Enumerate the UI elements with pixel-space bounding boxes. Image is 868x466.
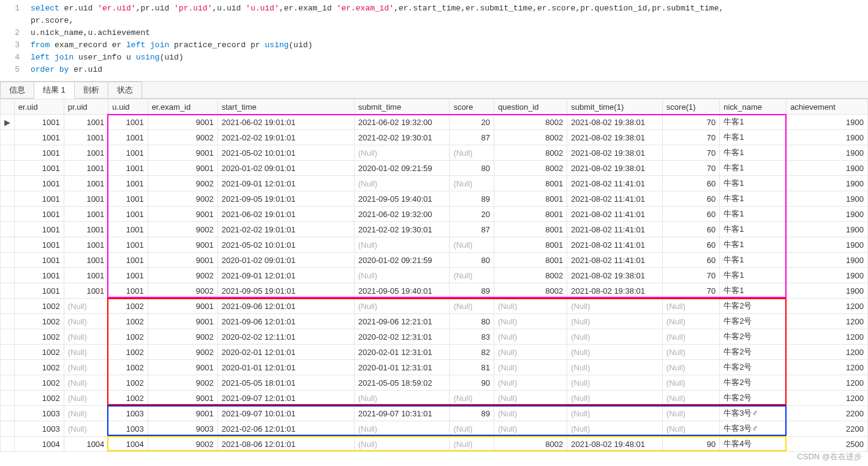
table-row[interactable]: 10011001100190022021-02-02 19:01:012021-… (1, 130, 868, 145)
cell[interactable]: 87 (450, 130, 494, 145)
cell[interactable]: 87 (450, 222, 494, 237)
cell[interactable]: 70 (662, 283, 719, 299)
cell[interactable]: 60 (662, 176, 719, 191)
cell[interactable]: 1001 (14, 176, 64, 191)
cell[interactable]: 1900 (787, 253, 868, 268)
cell[interactable]: 1001 (14, 145, 64, 161)
cell[interactable]: 1002 (14, 375, 64, 391)
cell[interactable]: (Null) (64, 329, 108, 345)
cell[interactable]: 1002 (108, 329, 148, 345)
cell[interactable]: (Null) (662, 360, 719, 375)
cell[interactable]: (Null) (64, 299, 108, 314)
cell[interactable]: (Null) (494, 299, 567, 314)
cell[interactable]: 20 (450, 115, 494, 130)
table-row[interactable]: 1002(Null)100290012021-09-06 12:01:01(Nu… (1, 299, 868, 314)
cell[interactable]: 9002 (148, 191, 217, 207)
cell[interactable]: 1001 (108, 176, 148, 191)
cell[interactable]: 1900 (787, 207, 868, 222)
cell[interactable]: 1900 (787, 145, 868, 161)
cell[interactable]: 1900 (787, 237, 868, 253)
cell[interactable]: 9002 (148, 268, 217, 283)
cell[interactable]: 2020-01-01 12:01:01 (217, 360, 354, 375)
cell[interactable]: 2021-08-02 11:41:01 (567, 207, 663, 222)
cell[interactable]: 1002 (14, 345, 64, 360)
cell[interactable]: 1004 (108, 437, 148, 452)
cell[interactable]: 牛客2号 (720, 299, 787, 314)
cell[interactable]: 1900 (787, 222, 868, 237)
cell[interactable]: 1001 (108, 222, 148, 237)
table-row[interactable]: 10041004100490022021-08-06 12:01:01(Null… (1, 437, 868, 452)
cell[interactable]: 9001 (148, 406, 217, 421)
cell[interactable]: (Null) (567, 329, 663, 345)
cell[interactable]: 1200 (787, 360, 868, 375)
cell[interactable]: 2021-09-07 12:01:01 (217, 391, 354, 406)
cell[interactable]: 9001 (148, 115, 217, 130)
cell[interactable]: 1900 (787, 176, 868, 191)
cell[interactable]: 1002 (14, 299, 64, 314)
cell[interactable]: 牛客2号 (720, 314, 787, 329)
cell[interactable]: 20 (450, 207, 494, 222)
cell[interactable]: 8001 (494, 207, 567, 222)
cell[interactable]: 2021-08-02 11:41:01 (567, 176, 663, 191)
cell[interactable]: 89 (450, 191, 494, 207)
cell[interactable]: 牛客1 (720, 161, 787, 176)
cell[interactable]: 1001 (14, 130, 64, 145)
cell[interactable]: (Null) (354, 145, 450, 161)
cell[interactable]: (Null) (567, 360, 663, 375)
cell[interactable]: 9002 (148, 329, 217, 345)
cell[interactable]: (Null) (354, 421, 450, 437)
cell[interactable]: 1001 (14, 222, 64, 237)
cell[interactable]: 2021-05-05 18:59:02 (354, 375, 450, 391)
cell[interactable]: (Null) (450, 437, 494, 452)
cell[interactable]: (Null) (354, 268, 450, 283)
cell[interactable]: (Null) (567, 391, 663, 406)
cell[interactable]: 2021-08-02 19:38:01 (567, 283, 663, 299)
cell[interactable]: 1900 (787, 130, 868, 145)
cell[interactable]: 1900 (787, 283, 868, 299)
cell[interactable]: (Null) (450, 299, 494, 314)
cell[interactable]: 1001 (64, 222, 108, 237)
cell[interactable]: 1001 (14, 207, 64, 222)
cell[interactable]: 1001 (108, 161, 148, 176)
cell[interactable]: 9002 (148, 283, 217, 299)
sql-line[interactable]: order by er.uid (31, 64, 868, 76)
cell[interactable]: 9001 (148, 161, 217, 176)
cell[interactable]: 2020-02-02 12:11:01 (217, 329, 354, 345)
cell[interactable]: 90 (450, 375, 494, 391)
cell[interactable]: (Null) (450, 268, 494, 283)
cell[interactable]: 2021-08-02 11:41:01 (567, 222, 663, 237)
cell[interactable]: 牛客1 (720, 145, 787, 161)
cell[interactable]: 1002 (108, 345, 148, 360)
tab-剖析[interactable]: 剖析 (74, 82, 108, 98)
cell[interactable]: 2021-06-02 19:01:01 (217, 207, 354, 222)
cell[interactable]: 2021-02-06 12:01:01 (217, 421, 354, 437)
cell[interactable]: 牛客2号 (720, 360, 787, 375)
cell[interactable]: 2020-01-02 09:01:01 (217, 161, 354, 176)
cell[interactable]: 2021-09-06 12:21:01 (354, 314, 450, 329)
cell[interactable]: 60 (662, 191, 719, 207)
result-grid[interactable]: er.uidpr.uidu.uider.exam_idstart_timesub… (0, 99, 868, 452)
column-header[interactable]: er.exam_id (148, 99, 217, 115)
cell[interactable]: (Null) (662, 391, 719, 406)
cell[interactable]: 1001 (64, 130, 108, 145)
cell[interactable]: (Null) (662, 299, 719, 314)
column-header[interactable]: achievement (787, 99, 868, 115)
cell[interactable]: 1003 (108, 406, 148, 421)
cell[interactable]: 2021-08-02 11:41:01 (567, 237, 663, 253)
cell[interactable]: (Null) (64, 314, 108, 329)
cell[interactable]: 1001 (108, 207, 148, 222)
cell[interactable]: 1002 (108, 299, 148, 314)
cell[interactable]: 8002 (494, 115, 567, 130)
cell[interactable]: 2021-02-02 19:30:01 (354, 130, 450, 145)
cell[interactable]: 1002 (108, 375, 148, 391)
cell[interactable]: 牛客1 (720, 253, 787, 268)
cell[interactable]: (Null) (64, 360, 108, 375)
table-row[interactable]: 10011001100190022021-09-01 12:01:01(Null… (1, 176, 868, 191)
cell[interactable]: 2021-09-05 19:01:01 (217, 283, 354, 299)
cell[interactable]: 9001 (148, 253, 217, 268)
cell[interactable]: 2021-08-02 19:38:01 (567, 268, 663, 283)
cell[interactable]: 8001 (494, 176, 567, 191)
table-row[interactable]: 1002(Null)100290012021-09-07 12:01:01(Nu… (1, 391, 868, 406)
sql-line[interactable]: select er.uid 'er.uid',pr.uid 'pr.uid',u… (31, 2, 868, 15)
cell[interactable]: 2021-09-05 19:01:01 (217, 191, 354, 207)
